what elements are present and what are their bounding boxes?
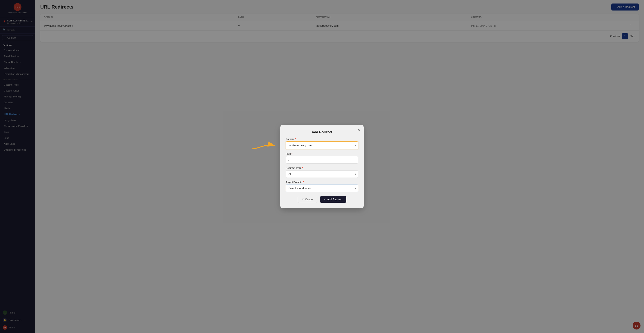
domain-label: Domain * [286,138,358,140]
modal-wrapper: Add Redirect ✕ Domain * toptierrecovery.… [280,125,364,208]
redirect-type-select[interactable]: All 301 302 [286,170,358,178]
domain-select-wrapper: toptierrecovery.com [286,141,358,149]
arrow-annotation [248,137,278,152]
target-domain-select-wrapper: Select your domain [286,185,358,192]
redirect-type-select-wrapper: All 301 302 [286,170,358,178]
required-star-path: * [292,152,292,155]
path-field-group: Path * [286,152,358,164]
redirect-type-label: Redirect Type * [286,167,358,169]
add-redirect-modal: Add Redirect ✕ Domain * toptierrecovery.… [280,125,364,208]
modal-close-button[interactable]: ✕ [357,128,360,132]
path-label: Path * [286,152,358,155]
target-domain-field-group: Target Domain * Select your domain [286,181,358,192]
modal-title: Add Redirect [286,130,358,134]
modal-overlay: Add Redirect ✕ Domain * toptierrecovery.… [0,0,644,333]
target-domain-label: Target Domain * [286,181,358,183]
required-star-type: * [302,167,303,169]
required-star: * [295,138,296,140]
add-redirect-confirm-button[interactable]: ✓ Add Redirect [320,196,346,203]
target-domain-select[interactable]: Select your domain [286,185,358,192]
path-input[interactable] [286,156,358,164]
cancel-icon: ✕ [302,198,304,201]
redirect-type-field-group: Redirect Type * All 301 302 [286,167,358,178]
domain-select[interactable]: toptierrecovery.com [286,141,358,149]
modal-actions: ✕ Cancel ✓ Add Redirect [286,196,358,203]
add-icon: ✓ [324,198,326,201]
required-star-target: * [303,181,304,183]
cancel-label: Cancel [305,198,313,201]
domain-field-group: Domain * toptierrecovery.com [286,138,358,149]
cancel-button[interactable]: ✕ Cancel [298,196,318,203]
add-label: Add Redirect [327,198,342,201]
